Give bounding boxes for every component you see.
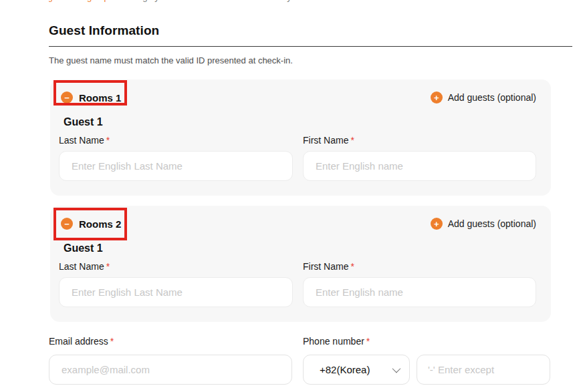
room-1-add-guests-button[interactable]: + Add guests (optional) [431,91,536,104]
last-name-label: Last Name* [59,135,293,146]
first-name-label: First Name* [303,135,536,146]
contact-controls: +82(Korea) [49,355,572,385]
required-asterisk: * [106,261,110,272]
chevron-down-icon [392,365,401,373]
room-2-header: − Rooms 2 + Add guests (optional) [59,215,536,232]
page-title: Guest Information [49,23,572,38]
required-asterisk: * [106,135,110,146]
contact-section: Email address* Phone number* +82(Korea) [49,336,572,385]
country-code-select[interactable]: +82(Korea) [303,355,410,385]
plus-icon[interactable]: + [431,218,443,230]
top-clipped-text-row: Sign in or Sign up to manage your reserv… [49,0,572,3]
room-panel-1: − Rooms 1 + Add guests (optional) Guest … [50,79,551,196]
required-asterisk: * [366,336,370,347]
room-2-add-guests-button[interactable]: + Add guests (optional) [431,218,536,230]
plus-icon[interactable]: + [431,91,443,104]
phone-number-input[interactable] [417,355,550,385]
last-name-label: Last Name* [59,261,293,272]
required-asterisk: * [350,261,354,272]
phone-label: Phone number* [303,336,370,347]
add-guests-label: Add guests (optional) [448,92,536,103]
email-label: Email address* [49,336,303,347]
room-2-collapse-toggle[interactable]: − Rooms 2 [59,218,121,230]
room-2-title: Rooms 2 [79,218,121,230]
page-content: Sign in or Sign up to manage your reserv… [0,0,579,385]
room-2-inputs [59,277,536,307]
room-1-field-labels: Last Name* First Name* [59,135,536,146]
section-divider [49,46,572,47]
room-1-inputs [59,151,536,181]
top-clipped-rest: to manage your reservation details more … [109,0,292,2]
minus-icon[interactable]: − [61,218,73,230]
first-name-label: First Name* [303,261,536,272]
add-guests-label: Add guests (optional) [448,218,536,229]
room-2-field-labels: Last Name* First Name* [59,261,536,272]
minus-icon[interactable]: − [61,91,73,104]
room-1-collapse-toggle[interactable]: − Rooms 1 [59,91,121,104]
room-panel-2: − Rooms 2 + Add guests (optional) Guest … [50,206,551,322]
room-2-guest-title: Guest 1 [64,242,536,254]
country-code-value: +82(Korea) [320,364,370,375]
room-2-last-name-input[interactable] [59,277,293,307]
contact-labels: Email address* Phone number* [49,336,572,347]
room-1-last-name-input[interactable] [59,151,293,181]
guest-id-notice: The guest name must match the valid ID p… [49,55,572,65]
required-asterisk: * [110,336,114,347]
room-1-title: Rooms 1 [79,92,121,104]
top-clipped-text: Sign in or Sign up to manage your reserv… [49,0,292,2]
room-1-header: − Rooms 1 + Add guests (optional) [59,89,536,106]
email-input[interactable] [49,355,292,385]
sign-in-link[interactable]: Sign in or Sign up [49,0,109,2]
room-1-first-name-input[interactable] [303,151,536,181]
room-1-guest-title: Guest 1 [64,116,536,128]
room-2-first-name-input[interactable] [303,277,536,307]
required-asterisk: * [350,135,354,146]
